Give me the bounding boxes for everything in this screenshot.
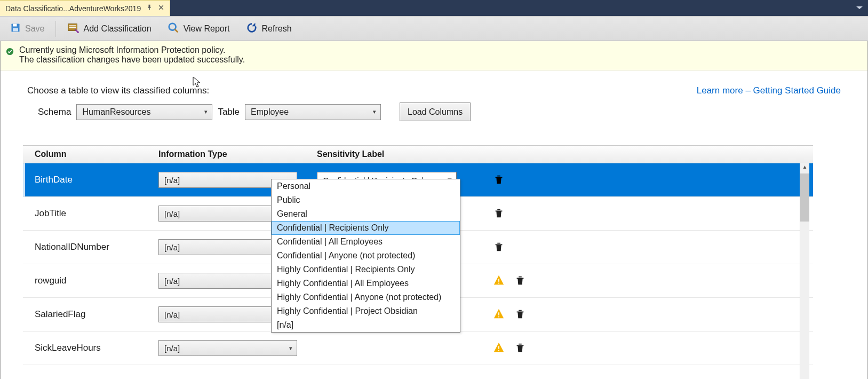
view-report-button[interactable]: View Report	[161, 19, 237, 39]
row-actions	[493, 342, 526, 355]
header-info: Information Type	[158, 149, 317, 159]
dropdown-option[interactable]: Highly Confidential | Recipients Only	[272, 263, 460, 277]
column-name: SalariedFlag	[35, 309, 158, 320]
learn-more-link[interactable]: Learn more – Getting Started Guide	[697, 85, 841, 96]
sensitivity-dropdown[interactable]: PersonalPublicGeneralConfidential | Reci…	[271, 179, 460, 333]
selector-prompt: Choose a table to view its classified co…	[27, 85, 209, 96]
row-actions	[493, 241, 505, 254]
row-actions	[493, 207, 505, 220]
svg-rect-13	[498, 346, 499, 349]
schema-combobox[interactable]: HumanResources ▾	[76, 104, 212, 120]
svg-rect-5	[69, 27, 76, 28]
classification-grid: Column Information Type Sensitivity Labe…	[23, 145, 813, 379]
selector-bar: Choose a table to view its classified co…	[1, 70, 867, 121]
chevron-down-icon: ▾	[373, 108, 376, 115]
add-classification-button[interactable]: Add Classification	[60, 19, 158, 39]
column-name: rowguid	[35, 275, 158, 286]
table-value: Employee	[251, 107, 289, 117]
svg-rect-14	[498, 350, 499, 351]
chevron-down-icon: ▾	[289, 345, 292, 352]
banner-line-1: Currently using Microsoft Information Pr…	[19, 45, 245, 55]
pin-icon[interactable]	[146, 4, 153, 12]
delete-icon[interactable]	[493, 207, 505, 220]
info-type-value: [n/a]	[164, 176, 180, 185]
header-sens: Sensitivity Label	[317, 149, 488, 159]
delete-icon[interactable]	[493, 173, 505, 187]
warning-icon	[493, 342, 505, 355]
table-combobox[interactable]: Employee ▾	[245, 104, 381, 120]
row-actions	[493, 173, 505, 187]
column-name: SickLeaveHours	[35, 343, 158, 353]
save-label: Save	[25, 24, 44, 34]
delete-icon[interactable]	[493, 241, 505, 254]
save-icon	[10, 22, 21, 35]
add-classification-label: Add Classification	[83, 24, 151, 34]
dropdown-option[interactable]: Confidential | All Employees	[272, 235, 460, 249]
refresh-label: Refresh	[262, 24, 292, 34]
title-bar: Data Classificatio...AdventureWorks2019	[0, 0, 868, 16]
table-row[interactable]: SickLeaveHours[n/a]▾	[23, 331, 813, 365]
svg-rect-2	[13, 28, 18, 31]
dropdown-option[interactable]: General	[272, 207, 460, 221]
info-type-cell: [n/a]▾	[158, 340, 317, 356]
delete-icon[interactable]	[514, 308, 526, 321]
row-actions	[493, 308, 526, 321]
view-report-label: View Report	[184, 24, 230, 34]
schema-value: HumanResources	[82, 107, 150, 117]
svg-rect-12	[498, 316, 499, 317]
row-actions	[493, 274, 526, 288]
dropdown-option[interactable]: Highly Confidential | Project Obsidian	[272, 304, 460, 318]
dropdown-option[interactable]: [n/a]	[272, 318, 460, 332]
dropdown-option[interactable]: Highly Confidential | All Employees	[272, 277, 460, 290]
info-type-value: [n/a]	[164, 243, 180, 252]
svg-rect-9	[498, 279, 499, 282]
vertical-scrollbar[interactable]: ▲	[800, 163, 809, 379]
info-type-value: [n/a]	[164, 209, 180, 218]
header-column: Column	[35, 149, 158, 159]
scroll-thumb[interactable]	[800, 173, 809, 222]
magnifier-icon	[168, 22, 179, 36]
svg-rect-4	[69, 25, 76, 26]
dropdown-option[interactable]: Personal	[272, 179, 460, 193]
toolbar-separator	[55, 21, 56, 37]
load-columns-button[interactable]: Load Columns	[400, 102, 471, 121]
chevron-down-icon: ▾	[204, 108, 208, 115]
add-classification-icon	[67, 22, 79, 36]
delete-icon[interactable]	[514, 342, 526, 355]
close-icon[interactable]	[158, 4, 164, 12]
dropdown-option[interactable]: Highly Confidential | Anyone (not protec…	[272, 290, 460, 304]
refresh-button[interactable]: Refresh	[239, 19, 299, 39]
tab-overflow-icon[interactable]	[855, 3, 864, 12]
info-type-value: [n/a]	[164, 277, 180, 286]
success-check-icon	[6, 48, 14, 58]
table-label: Table	[218, 107, 240, 117]
warning-icon	[493, 274, 505, 288]
grid-header: Column Information Type Sensitivity Labe…	[23, 145, 813, 163]
svg-point-7	[169, 23, 176, 30]
dropdown-option[interactable]: Public	[272, 193, 460, 207]
delete-icon[interactable]	[514, 274, 526, 288]
info-banner: Currently using Microsoft Information Pr…	[1, 41, 867, 70]
svg-rect-10	[498, 282, 499, 283]
banner-text: Currently using Microsoft Information Pr…	[19, 45, 245, 65]
svg-rect-1	[13, 23, 17, 26]
dropdown-option[interactable]: Confidential | Recipients Only	[272, 221, 460, 235]
info-type-value: [n/a]	[164, 310, 180, 319]
dropdown-option[interactable]: Confidential | Anyone (not protected)	[272, 249, 460, 263]
column-name: BirthDate	[35, 175, 158, 185]
banner-line-2: The classification changes have been upd…	[19, 55, 245, 65]
scroll-up-icon[interactable]: ▲	[800, 163, 809, 170]
toolbar: Save Add Classification View Report Refr…	[0, 16, 868, 41]
column-name: JobTitle	[35, 208, 158, 219]
content-area: Currently using Microsoft Information Pr…	[0, 41, 868, 379]
tab-title: Data Classificatio...AdventureWorks2019	[5, 4, 141, 13]
svg-point-6	[77, 31, 79, 33]
column-name: NationalIDNumber	[35, 242, 158, 252]
document-tab[interactable]: Data Classificatio...AdventureWorks2019	[0, 0, 170, 16]
info-type-combobox[interactable]: [n/a]▾	[158, 340, 297, 356]
svg-rect-11	[498, 312, 499, 315]
save-button: Save	[3, 19, 51, 39]
info-type-value: [n/a]	[164, 344, 180, 353]
refresh-icon	[246, 22, 258, 36]
schema-label: Schema	[38, 107, 71, 117]
